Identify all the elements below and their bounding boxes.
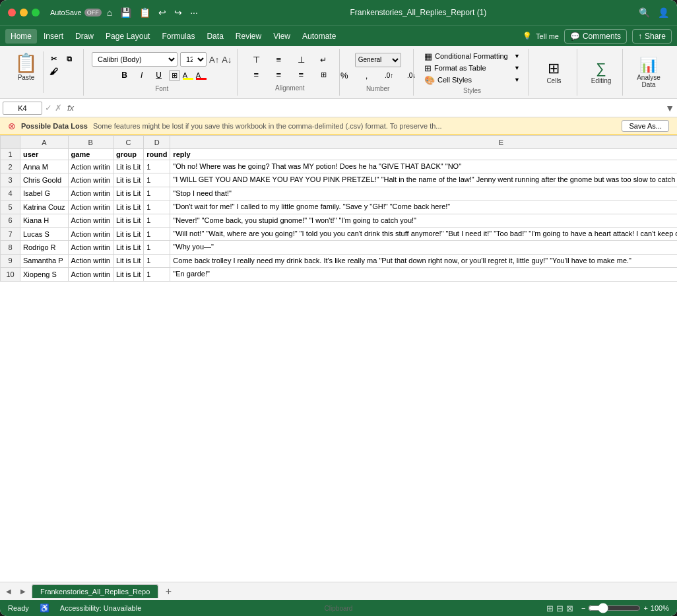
align-left-button[interactable]: ≡	[245, 68, 267, 82]
cell-c2[interactable]: Lit is Lit	[113, 160, 143, 173]
sheet-tab[interactable]: Frankenstories_All_Replies_Repo	[32, 584, 158, 598]
align-right-button[interactable]: ≡	[290, 68, 311, 82]
analyse-data-button[interactable]: 📊 AnalyseData	[634, 54, 663, 91]
search-icon[interactable]: 🔍	[639, 7, 650, 18]
align-center-button[interactable]: ≡	[268, 68, 289, 82]
cell-b4[interactable]: Action writin	[68, 187, 113, 200]
menu-formulas[interactable]: Formulas	[156, 29, 200, 44]
cell-d8[interactable]: 1	[144, 241, 170, 254]
col-header-a[interactable]: A	[20, 136, 69, 149]
number-format-select[interactable]: General	[355, 53, 401, 67]
menu-draw[interactable]: Draw	[70, 29, 99, 44]
cut-button[interactable]: ✂	[46, 53, 61, 65]
add-sheet-button[interactable]: +	[161, 584, 176, 599]
cell-a6[interactable]: Kiana H	[20, 214, 69, 227]
save-alt-icon[interactable]: 📋	[139, 7, 150, 18]
cell-d10[interactable]: 1	[144, 268, 170, 281]
paste-button[interactable]: 📋 Paste	[9, 51, 44, 93]
cell-b5[interactable]: Action writin	[68, 200, 113, 214]
menu-pagelayout[interactable]: Page Layout	[100, 29, 155, 44]
cell-a5[interactable]: Katrina Couz	[20, 200, 69, 214]
cell-b9[interactable]: Action writin	[68, 254, 113, 267]
home-icon[interactable]: ⌂	[107, 7, 112, 18]
underline-button[interactable]: U	[152, 69, 166, 82]
conditional-formatting-button[interactable]: ▦ Conditional Formatting ▼	[422, 51, 523, 62]
percent-button[interactable]: %	[334, 69, 355, 82]
cell-e2[interactable]: "Oh no! Where was he going? That was MY …	[170, 160, 677, 173]
maximize-button[interactable]	[32, 9, 40, 16]
col-header-d[interactable]: D	[144, 136, 170, 149]
align-top-button[interactable]: ⊤	[245, 53, 267, 67]
cell-c9[interactable]: Lit is Lit	[113, 254, 143, 267]
cell-d3[interactable]: 1	[144, 173, 170, 187]
font-color-button[interactable]: A	[196, 71, 207, 80]
menu-data[interactable]: Data	[201, 29, 228, 44]
cell-c1[interactable]: group	[113, 149, 143, 160]
expand-formula-icon[interactable]: ▼	[665, 103, 674, 113]
cell-e3[interactable]: "I WILL GET YOU AND MAKE YOU PAY YOU PIN…	[170, 173, 677, 187]
merge-button[interactable]: ⊞	[313, 68, 334, 82]
row-header-3[interactable]: 3	[1, 173, 20, 187]
cell-b8[interactable]: Action writin	[68, 241, 113, 254]
tab-prev-button[interactable]: ◀	[3, 586, 15, 598]
formula-input[interactable]	[79, 104, 662, 113]
cell-e5[interactable]: "Don't wait for me!" I called to my litt…	[170, 200, 677, 214]
menu-automate[interactable]: Automate	[297, 29, 341, 44]
undo-icon[interactable]: ↩	[158, 7, 166, 18]
cell-d5[interactable]: 1	[144, 200, 170, 214]
checkmark-icon[interactable]: ✓	[45, 103, 52, 113]
font-grow-button[interactable]: A↑	[209, 55, 219, 65]
sheet-body[interactable]: A B C D E F G H I J 1 user	[0, 135, 677, 582]
minimize-button[interactable]	[20, 9, 28, 16]
wrap-text-button[interactable]: ↵	[313, 53, 334, 67]
cell-c10[interactable]: Lit is Lit	[113, 268, 143, 281]
cell-d4[interactable]: 1	[144, 187, 170, 200]
more-icon[interactable]: ···	[190, 7, 198, 18]
cell-e10[interactable]: "En garde!"	[170, 268, 677, 281]
cell-a8[interactable]: Rodrigo R	[20, 241, 69, 254]
cell-b1[interactable]: game	[68, 149, 113, 160]
row-header-10[interactable]: 10	[1, 268, 20, 281]
cell-c4[interactable]: Lit is Lit	[113, 187, 143, 200]
comments-button[interactable]: 💬 Comments	[564, 29, 627, 44]
save-as-button[interactable]: Save As...	[622, 120, 669, 132]
cell-d7[interactable]: 1	[144, 227, 170, 240]
zoom-slider[interactable]	[588, 603, 641, 613]
format-painter-button[interactable]: 🖌	[46, 65, 61, 77]
zoom-out-button[interactable]: −	[581, 604, 585, 612]
font-size-select[interactable]: 12	[180, 52, 207, 67]
align-middle-button[interactable]: ≡	[268, 53, 289, 67]
cell-a7[interactable]: Lucas S	[20, 227, 69, 240]
copy-button[interactable]: ⧉	[62, 53, 77, 65]
fill-color-button[interactable]: A	[183, 71, 193, 80]
cell-c7[interactable]: Lit is Lit	[113, 227, 143, 240]
cell-a2[interactable]: Anna M	[20, 160, 69, 173]
save-icon[interactable]: 💾	[120, 7, 131, 18]
align-bottom-button[interactable]: ⊥	[290, 53, 311, 67]
tab-next-button[interactable]: ▶	[17, 586, 29, 598]
share-button[interactable]: ↑ Share	[632, 29, 672, 44]
cell-b2[interactable]: Action writin	[68, 160, 113, 173]
menu-review[interactable]: Review	[230, 29, 267, 44]
cell-d2[interactable]: 1	[144, 160, 170, 173]
menu-insert[interactable]: Insert	[38, 29, 69, 44]
bold-button[interactable]: B	[117, 69, 132, 82]
cell-a3[interactable]: Chris Goold	[20, 173, 69, 187]
cell-d1[interactable]: round	[144, 149, 170, 160]
col-header-e[interactable]: E	[170, 136, 677, 149]
cell-b3[interactable]: Action writin	[68, 173, 113, 187]
cell-e7[interactable]: "Will not!" "Wait, where are you going!"…	[170, 227, 677, 240]
cell-b7[interactable]: Action writin	[68, 227, 113, 240]
cancel-formula-icon[interactable]: ✗	[55, 103, 62, 113]
font-face-select[interactable]: Calibri (Body)	[92, 52, 177, 67]
row-header-1[interactable]: 1	[1, 149, 20, 160]
comma-button[interactable]: ,	[356, 69, 377, 82]
cell-e1[interactable]: reply	[170, 149, 677, 160]
cell-b10[interactable]: Action writin	[68, 268, 113, 281]
cell-b6[interactable]: Action writin	[68, 214, 113, 227]
increase-decimal-button[interactable]: .0↑	[379, 70, 400, 81]
normal-view-button[interactable]: ⊞	[546, 603, 554, 613]
row-header-4[interactable]: 4	[1, 187, 20, 200]
tell-me[interactable]: Tell me	[536, 32, 559, 40]
editing-main-button[interactable]: ∑ Editing	[589, 57, 614, 87]
